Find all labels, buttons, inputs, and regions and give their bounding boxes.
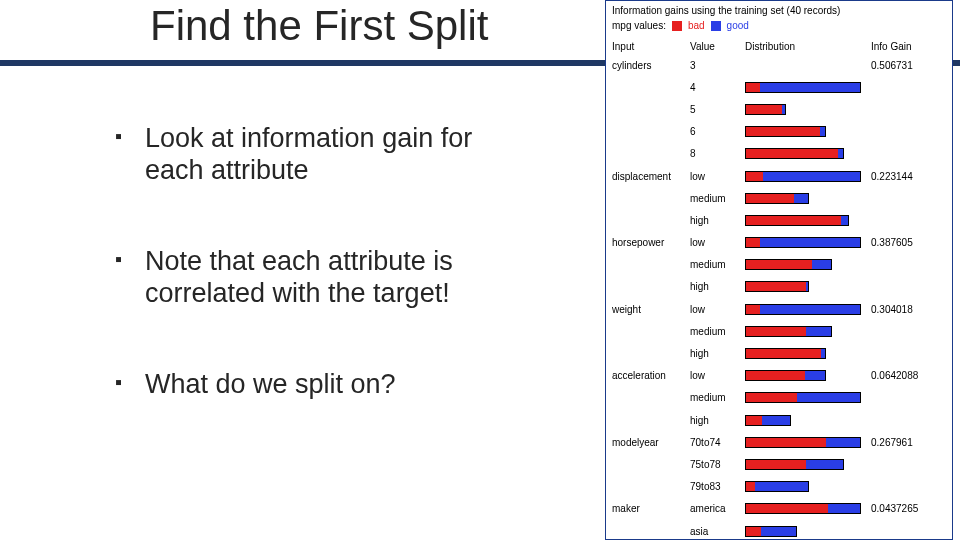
seg-bad	[746, 83, 760, 92]
cell-value: medium	[690, 392, 745, 403]
cell-dist	[745, 459, 871, 470]
table-row: cylinders30.506731	[612, 54, 946, 76]
bullet-item: Look at information gain for each attrib…	[115, 122, 535, 187]
dist-bar	[745, 370, 826, 381]
cell-dist	[745, 370, 871, 381]
swatch-bad	[672, 21, 682, 31]
cell-input: acceleration	[612, 370, 690, 381]
seg-good	[812, 260, 831, 269]
cell-dist	[745, 171, 871, 182]
swatch-good	[711, 21, 721, 31]
seg-good	[828, 504, 860, 513]
seg-good	[760, 238, 860, 247]
cell-value: 8	[690, 148, 745, 159]
dist-bar	[745, 392, 861, 403]
slide: Find the First Split Look at information…	[0, 0, 960, 540]
cell-value: low	[690, 370, 745, 381]
info-gain-panel: Information gains using the training set…	[605, 0, 953, 540]
table-row: high	[612, 209, 946, 231]
cell-value: 3	[690, 60, 745, 71]
table-row: asia	[612, 520, 946, 540]
cell-dist	[745, 326, 871, 337]
dist-bar	[745, 60, 863, 71]
seg-bad	[746, 416, 762, 425]
seg-bad	[746, 327, 806, 336]
panel-header: Input Value Distribution Info Gain	[606, 37, 952, 54]
cell-input: maker	[612, 503, 690, 514]
cell-dist	[745, 281, 871, 292]
cell-gain: 0.304018	[871, 304, 931, 315]
seg-good	[762, 416, 791, 425]
cell-input: horsepower	[612, 237, 690, 248]
table-row: medium	[612, 187, 946, 209]
table-row: horsepowerlow0.387605	[612, 232, 946, 254]
dist-bar	[745, 148, 844, 159]
slide-title: Find the First Split	[150, 2, 488, 50]
mpg-label: mpg values:	[612, 20, 666, 31]
table-row: high	[612, 342, 946, 364]
seg-bad	[746, 482, 755, 491]
cell-dist	[745, 526, 871, 537]
cell-value: medium	[690, 193, 745, 204]
seg-bad	[746, 371, 805, 380]
cell-dist	[745, 193, 871, 204]
seg-good	[838, 149, 843, 158]
cell-gain: 0.223144	[871, 171, 931, 182]
seg-good	[760, 83, 860, 92]
cell-gain: 0.0437265	[871, 503, 931, 514]
dist-bar	[745, 503, 861, 514]
cell-dist	[745, 82, 871, 93]
seg-good	[820, 127, 826, 136]
cell-input: modelyear	[612, 437, 690, 448]
hdr-gain: Info Gain	[871, 41, 931, 52]
table-row: weightlow0.304018	[612, 298, 946, 320]
bullet-item: Note that each attribute is correlated w…	[115, 245, 535, 310]
dist-bar	[745, 171, 861, 182]
cell-dist	[745, 348, 871, 359]
dist-bar	[745, 104, 786, 115]
panel-title: Information gains using the training set…	[606, 1, 952, 18]
cell-value: medium	[690, 259, 745, 270]
cell-dist	[745, 60, 871, 71]
table-row: accelerationlow0.0642088	[612, 365, 946, 387]
cell-dist	[745, 503, 871, 514]
table-row: high	[612, 409, 946, 431]
table-row: medium	[612, 254, 946, 276]
dist-bar	[745, 304, 861, 315]
cell-gain: 0.0642088	[871, 370, 931, 381]
dist-bar	[745, 281, 809, 292]
seg-good	[805, 371, 825, 380]
dist-bar	[745, 526, 797, 537]
cell-value: america	[690, 503, 745, 514]
cell-value: 4	[690, 82, 745, 93]
seg-good	[755, 482, 808, 491]
legend-good: good	[727, 20, 749, 31]
cell-input: weight	[612, 304, 690, 315]
cell-gain: 0.506731	[871, 60, 931, 71]
table-row: displacementlow0.223144	[612, 165, 946, 187]
seg-good	[760, 305, 860, 314]
table-row: 6	[612, 121, 946, 143]
seg-good	[797, 393, 860, 402]
dist-bar	[745, 348, 826, 359]
seg-good	[821, 349, 825, 358]
cell-value: high	[690, 281, 745, 292]
table-row: high	[612, 276, 946, 298]
seg-bad	[746, 194, 794, 203]
cell-dist	[745, 415, 871, 426]
cell-value: 79to83	[690, 481, 745, 492]
seg-good	[806, 327, 832, 336]
table-row: modelyear70to740.267961	[612, 431, 946, 453]
table-row: 79to83	[612, 476, 946, 498]
table-row: 8	[612, 143, 946, 165]
dist-bar	[745, 215, 849, 226]
cell-value: 70to74	[690, 437, 745, 448]
bullet-list: Look at information gain for each attrib…	[115, 122, 535, 458]
seg-bad	[746, 238, 760, 247]
seg-good	[806, 460, 843, 469]
table-row: medium	[612, 387, 946, 409]
dist-bar	[745, 437, 861, 448]
seg-bad	[746, 172, 763, 181]
cell-input: cylinders	[612, 60, 690, 71]
cell-gain: 0.267961	[871, 437, 931, 448]
